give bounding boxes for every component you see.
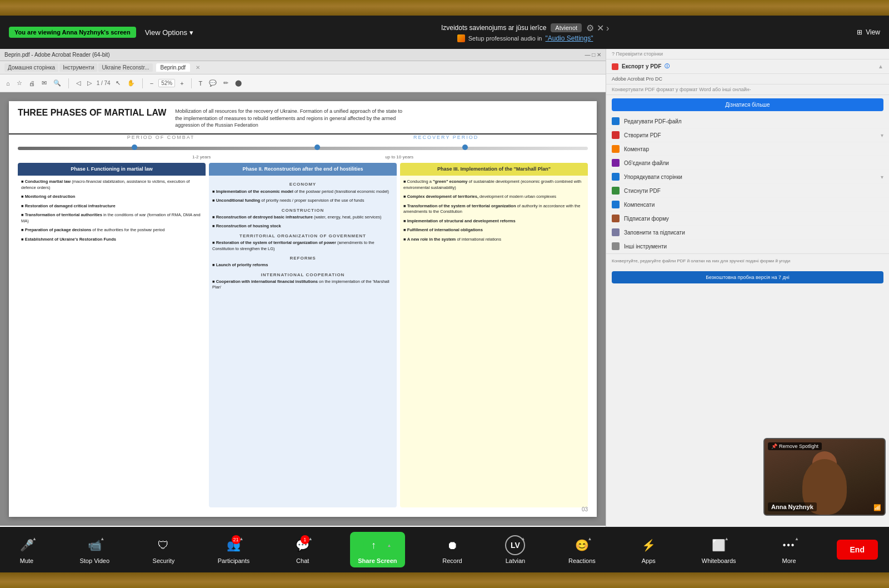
- pdf-mail-btn[interactable]: ✉: [40, 79, 48, 87]
- participants-label: Participants: [218, 557, 249, 564]
- record-button[interactable]: ⏺ Record: [437, 533, 468, 566]
- mute-chevron: ▲: [32, 536, 37, 541]
- pdf-prev-btn[interactable]: ◁: [74, 79, 82, 87]
- video-person: 📌 Remove Spotlight Anna Nyzhnyk 📶: [765, 439, 885, 515]
- video-chevron: ▲: [100, 536, 104, 541]
- audio-settings-link[interactable]: "Audio Settings": [546, 34, 593, 42]
- security-label: Security: [153, 557, 175, 564]
- acrobat-item-sign-form[interactable]: Підписати форму: [606, 212, 889, 226]
- pdf-page: THREE PHASES OF MARTIAL LAW Mobilization…: [9, 101, 597, 517]
- viewing-badge: You are viewing Anna Nyzhnyk's screen: [9, 27, 136, 38]
- phase-2-header: Phase II. Reconstruction after the end o…: [209, 163, 397, 176]
- audio-icon: [457, 34, 465, 42]
- view-icon: ⊞: [857, 28, 862, 36]
- phases-header: THREE PHASES OF MARTIAL LAW Mobilization…: [9, 101, 597, 134]
- pdf-star-btn[interactable]: ☆: [15, 79, 24, 87]
- phase-2-body: ECONOMY ■ Implementation of the economic…: [209, 176, 397, 507]
- period-labels: PERIOD OF COMBAT RECOVERY PERIOD: [9, 134, 597, 142]
- chat-chevron: ▲: [308, 536, 313, 541]
- chat-label: Chat: [296, 557, 309, 564]
- acrobat-item-more-tools[interactable]: Інші інструменти: [606, 240, 889, 253]
- export-icon: [612, 63, 618, 70]
- phase-1-header: Phase I. Functioning in martial law: [18, 163, 206, 176]
- security-icon: 🛡: [153, 535, 173, 555]
- more-label: More: [782, 557, 796, 564]
- phase-3-header: Phase III. Implementation of the "Marsha…: [400, 163, 588, 176]
- remove-spotlight[interactable]: 📌 Remove Spotlight: [768, 442, 822, 450]
- acrobat-item-create[interactable]: Створити PDF ▾: [606, 128, 889, 142]
- chat-button[interactable]: 💬 1 ▲ Chat: [287, 533, 318, 566]
- latvian-label: Latvian: [506, 557, 525, 564]
- pdf-fill-btn[interactable]: ⬤: [233, 79, 243, 87]
- acrobat-item-edit[interactable]: Редагувати PDF-файл: [606, 114, 889, 128]
- video-name: Anna Nyzhnyk: [768, 502, 817, 511]
- reactions-button[interactable]: 😊 ▲ Reactions: [563, 533, 601, 566]
- bottom-toolbar: 🎤 ▲ Mute 📹 ▲ Stop Video 🛡 Security 👥 21 …: [0, 527, 889, 572]
- pdf-home-btn[interactable]: ⌂: [4, 80, 12, 87]
- participants-button[interactable]: 👥 21 ▲ Participants: [212, 533, 255, 566]
- whiteboards-label: Whiteboards: [702, 557, 736, 564]
- reactions-chevron: ▲: [587, 536, 592, 541]
- acrobat-item-compress[interactable]: Стиснути PDF: [606, 184, 889, 198]
- pdf-next-btn[interactable]: ▷: [86, 79, 93, 87]
- trial-button[interactable]: Безкоштовна пробна версія на 7 дні: [612, 271, 883, 283]
- pdf-viewer: Beprin.pdf - Adobe Acrobat Reader (64-bi…: [0, 49, 606, 527]
- whiteboards-button[interactable]: ⬜ ▲ Whiteboards: [696, 533, 742, 566]
- acrobat-item-fill-sign[interactable]: Заповнити та підписати: [606, 226, 889, 240]
- phase-1-body: ■ Conducting martial law (macro-financia…: [18, 176, 206, 507]
- pdf-search-btn[interactable]: 🔍: [52, 79, 63, 87]
- pdf-title-bar: Beprin.pdf - Adobe Acrobat Reader (64-bi…: [0, 49, 606, 61]
- video-thumbnail: 📌 Remove Spotlight Anna Nyzhnyk 📶: [763, 438, 886, 516]
- organize-icon: [612, 173, 620, 181]
- share-screen-label: Share Screen: [358, 557, 397, 564]
- signal-icon: 📶: [873, 504, 881, 511]
- pdf-zoom-out-btn[interactable]: −: [148, 80, 155, 87]
- latvian-chevron: ▲: [521, 536, 526, 541]
- view-options-button[interactable]: View Options ▾: [145, 28, 193, 37]
- end-button[interactable]: End: [837, 540, 878, 560]
- pin-icon: 📌: [771, 444, 777, 449]
- pdf-hand-btn[interactable]: ✋: [126, 79, 137, 87]
- phase-1-column: Phase I. Functioning in martial law ■ Co…: [18, 163, 206, 507]
- pdf-draw-btn[interactable]: ✏: [222, 79, 230, 87]
- security-button[interactable]: 🛡 Security: [147, 533, 181, 566]
- phase-1-item-4: ■ Transformation of territorial authorit…: [21, 212, 202, 224]
- acrobat-item-comment[interactable]: Коментар: [606, 142, 889, 156]
- phases-title: THREE PHASES OF MARTIAL LAW: [18, 108, 166, 118]
- phase-1-item-6: ■ Establishment of Ukraine's Restoration…: [21, 237, 202, 243]
- latvian-button[interactable]: LV ▲ Latvian: [500, 533, 531, 566]
- whiteboards-chevron: ▲: [725, 536, 729, 541]
- more-button[interactable]: ••• ▲ More: [773, 533, 805, 566]
- acrobat-item-organize[interactable]: Упорядкувати сторінки ▾: [606, 170, 889, 184]
- timeline-labels: 1-2 years up to 10 years: [9, 155, 597, 160]
- setup-row: Setup professional audio in "Audio Setti…: [457, 34, 593, 42]
- pdf-comment-btn[interactable]: 💬: [207, 79, 218, 87]
- pdf-print-btn[interactable]: 🖨: [27, 80, 37, 87]
- learn-more-button[interactable]: Дізнатися більше: [612, 98, 883, 111]
- share-screen-button[interactable]: ↑ ▲ Share Screen: [350, 532, 404, 567]
- pdf-cursor-btn[interactable]: ↖: [114, 79, 122, 87]
- phase-1-item-1: ■ Conducting martial law (macro-financia…: [21, 179, 202, 191]
- share-screen-icon: ↑: [363, 535, 383, 555]
- phases-subtitle: Mobilization of all resources for the re…: [175, 108, 408, 129]
- acrobat-item-compensate[interactable]: Компенсати: [606, 198, 889, 212]
- create-icon: [612, 131, 620, 139]
- stop-video-label: Stop Video: [79, 557, 109, 564]
- pdf-annotate-btn[interactable]: T: [197, 80, 204, 87]
- stop-video-button[interactable]: 📹 ▲ Stop Video: [74, 533, 115, 566]
- wood-frame-top: [0, 0, 889, 16]
- fill-sign-icon: [612, 228, 620, 236]
- pdf-zoom-in-btn[interactable]: +: [178, 80, 185, 87]
- apps-button[interactable]: ⚡ Apps: [633, 533, 664, 566]
- phase-1-item-3: ■ Restoration of damaged critical infras…: [21, 203, 202, 210]
- page-number: 03: [582, 506, 588, 512]
- apps-icon: ⚡: [638, 535, 658, 555]
- pdf-active-tab[interactable]: Beprin.pdf: [156, 63, 191, 72]
- acrobat-item-combine[interactable]: Об'єднати файли: [606, 156, 889, 170]
- share-screen-chevron: ▲: [387, 543, 391, 548]
- phase-3-body: ■ Conducting a "green" economy of sustai…: [400, 176, 588, 507]
- compensate-icon: [612, 201, 620, 208]
- disconnect-button[interactable]: Atvienot: [551, 23, 582, 32]
- mute-button[interactable]: 🎤 ▲ Mute: [11, 533, 42, 566]
- top-bar-center: Izveidots savienojums ar jūsu ierīce Atv…: [202, 23, 848, 42]
